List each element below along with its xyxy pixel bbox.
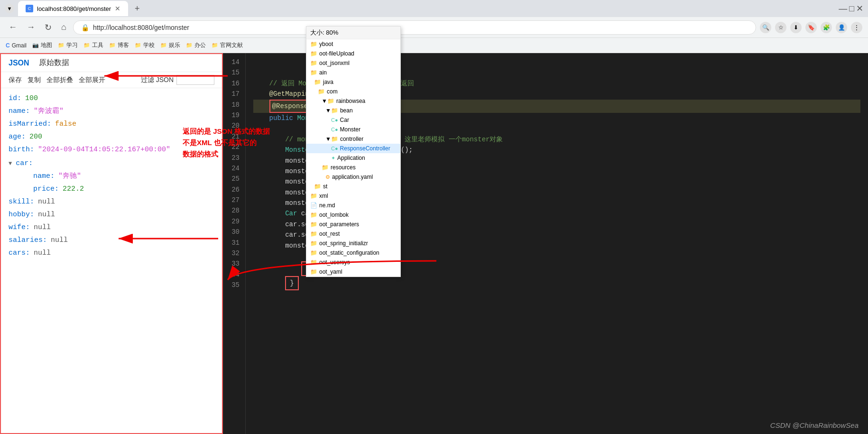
tree-item-rest[interactable]: 📁oot_rest bbox=[306, 229, 400, 239]
close-window-button[interactable]: ✕ bbox=[856, 3, 863, 14]
bookmark-gmail[interactable]: C Gmail bbox=[6, 42, 27, 49]
json-toolbar: 保存 复制 全部折叠 全部展开 过滤 JSON bbox=[1, 72, 222, 88]
minimize-button[interactable]: — bbox=[839, 4, 847, 14]
folder-icon-parameters: 📁 bbox=[310, 221, 317, 228]
tree-item-bean[interactable]: ▼📁bean bbox=[306, 106, 400, 115]
annotation-line1: 返回的是 JSON 格式的数据 bbox=[183, 126, 270, 137]
bookmark-star-icon[interactable]: ☆ bbox=[775, 22, 786, 33]
tree-item-st[interactable]: 📁st bbox=[306, 182, 400, 191]
bookmark-entertainment-label: 娱乐 bbox=[169, 41, 180, 49]
folder-entertainment-icon: 📁 bbox=[160, 42, 167, 48]
bookmark-tools-label: 工具 bbox=[92, 41, 103, 49]
zoom-level: 大小: 80% bbox=[306, 27, 400, 39]
json-tab[interactable]: JSON bbox=[9, 59, 29, 67]
collapse-all-button[interactable]: 全部折叠 bbox=[46, 76, 73, 84]
active-tab[interactable]: C localhost:8080/get/monster ✕ bbox=[18, 1, 128, 16]
maximize-button[interactable]: □ bbox=[849, 4, 854, 14]
birth-value: "2024-09-04T14:05:22.167+00:00" bbox=[38, 143, 170, 156]
bookmark-gmail-label: Gmail bbox=[12, 42, 27, 49]
line-num-35: 35 bbox=[227, 280, 240, 290]
tab-favicon: C bbox=[26, 5, 33, 12]
salaries-key: salaries: bbox=[9, 234, 47, 247]
browser-menu[interactable]: ▼ bbox=[5, 4, 14, 13]
forward-button[interactable]: → bbox=[24, 20, 38, 34]
tree-item-yboot[interactable]: 📁yboot bbox=[306, 39, 400, 49]
class-icon-application: ✦ bbox=[331, 155, 335, 161]
line-numbers: 14 15 16 17 18 19 20 21 22 23 24 25 26 2… bbox=[223, 53, 246, 434]
filter-input[interactable] bbox=[176, 75, 214, 85]
tree-item-jsonxml[interactable]: 📁oot_jsonxml bbox=[306, 58, 400, 68]
filter-label: 过滤 JSON bbox=[141, 76, 174, 84]
bookmark-office[interactable]: 📁 办公 bbox=[186, 41, 206, 49]
url-text: http://localhost:8080/get/monster bbox=[93, 24, 189, 31]
new-tab-button[interactable]: + bbox=[132, 4, 143, 14]
json-panel: JSON 原始数据 保存 复制 全部折叠 全部展开 过滤 JSON id: 10… bbox=[0, 53, 223, 434]
tree-item-application[interactable]: ✦ Application bbox=[306, 153, 400, 163]
tree-item-main[interactable]: 📁ain bbox=[306, 68, 400, 77]
search-icon[interactable]: 🔍 bbox=[760, 22, 771, 33]
skill-value: null bbox=[38, 195, 55, 208]
car-expand-arrow[interactable]: ▼ bbox=[9, 159, 12, 169]
tree-item-fileupload[interactable]: 📁oot-fileUpload bbox=[306, 49, 400, 58]
download-icon[interactable]: ⬇ bbox=[790, 22, 802, 33]
tree-item-springinitializr[interactable]: 📁oot_spring_initializr bbox=[306, 239, 400, 248]
tree-item-monster[interactable]: C● Monster bbox=[306, 125, 400, 134]
annotation-text: 返回的是 JSON 格式的数据 不是XML 也不是其它的 数据的格式 bbox=[183, 126, 270, 160]
navigation-bar: ← → ↻ ⌂ 🔒 http://localhost:8080/get/mons… bbox=[0, 17, 868, 38]
bookmark-entertainment[interactable]: 📁 娱乐 bbox=[160, 41, 180, 49]
watermark: CSDN @ChinaRainbowSea bbox=[770, 421, 859, 429]
tab-close-button[interactable]: ✕ bbox=[115, 5, 120, 12]
folder-tools-icon: 📁 bbox=[83, 42, 90, 48]
expand-all-button[interactable]: 全部展开 bbox=[79, 76, 105, 84]
bookmark-official[interactable]: 📁 官网文献 bbox=[212, 41, 243, 49]
bookmark-study[interactable]: 📁 学习 bbox=[58, 41, 78, 49]
profile-icon[interactable]: 👤 bbox=[836, 22, 847, 33]
json-id-row: id: 100 bbox=[9, 92, 214, 105]
folder-icon-st: 📁 bbox=[314, 183, 321, 190]
class-icon-monster: C● bbox=[331, 127, 338, 132]
line-num-14: 14 bbox=[227, 57, 240, 67]
tree-item-xml[interactable]: 📁xml bbox=[306, 191, 400, 201]
tree-item-car[interactable]: C● Car bbox=[306, 115, 400, 125]
code-line-34: } bbox=[253, 276, 860, 290]
extension-icon[interactable]: 🧩 bbox=[821, 22, 832, 33]
tree-item-resources[interactable]: 📁resources bbox=[306, 163, 400, 172]
tree-item-controller[interactable]: ▼📁controller bbox=[306, 134, 400, 144]
tree-item-rainbowsea[interactable]: ▼📁rainbowsea bbox=[306, 96, 400, 106]
home-button[interactable]: ⌂ bbox=[58, 20, 69, 34]
tree-item-yaml[interactable]: 📁oot_yaml bbox=[306, 267, 400, 277]
folder-icon-static: 📁 bbox=[310, 249, 317, 256]
settings-icon[interactable]: ⋮ bbox=[851, 22, 862, 33]
folder-icon-controller: ▼📁 bbox=[325, 136, 338, 142]
class-icon-car: C● bbox=[331, 117, 338, 123]
bookmark-blog[interactable]: 📁 博客 bbox=[109, 41, 129, 49]
folder-icon-yaml: 📁 bbox=[310, 268, 317, 275]
tree-item-responsecontroller[interactable]: C● ResponseController bbox=[306, 144, 400, 153]
bookmark-icon[interactable]: 🔖 bbox=[805, 22, 817, 33]
bookmark-tools[interactable]: 📁 工具 bbox=[83, 41, 103, 49]
tree-item-com[interactable]: 📁com bbox=[306, 87, 400, 96]
back-button[interactable]: ← bbox=[6, 20, 20, 34]
tree-item-java[interactable]: 📁java bbox=[306, 77, 400, 87]
tree-item-readme[interactable]: 📄ne.md bbox=[306, 201, 400, 210]
tree-item-usersys[interactable]: 📁oot_usersys bbox=[306, 258, 400, 267]
tree-item-applicationyaml[interactable]: ⚙ application.yaml bbox=[306, 172, 400, 182]
bookmark-school[interactable]: 📁 学校 bbox=[135, 41, 155, 49]
folder-icon-jsonxml: 📁 bbox=[310, 60, 317, 66]
save-button[interactable]: 保存 bbox=[9, 76, 22, 84]
car-price-value: 222.2 bbox=[63, 183, 84, 195]
reload-button[interactable]: ↻ bbox=[42, 20, 55, 35]
line-num-18: 18 bbox=[227, 100, 240, 110]
tree-item-lombok[interactable]: 📁oot_lombok bbox=[306, 210, 400, 220]
bookmark-maps[interactable]: 📷 地图 bbox=[32, 41, 52, 49]
json-name-row: name: "奔波霸" bbox=[9, 105, 214, 118]
address-bar[interactable]: 🔒 http://localhost:8080/get/monster bbox=[73, 20, 756, 35]
cars-key: cars: bbox=[9, 247, 30, 259]
tree-item-static[interactable]: 📁oot_static_configuration bbox=[306, 248, 400, 258]
copy-button[interactable]: 复制 bbox=[28, 76, 41, 84]
tree-item-parameters[interactable]: 📁oot_parameters bbox=[306, 220, 400, 229]
raw-tab[interactable]: 原始数据 bbox=[39, 58, 69, 68]
lock-icon: 🔒 bbox=[81, 24, 89, 31]
closing-brace-box: } bbox=[285, 276, 298, 290]
line-num-26: 26 bbox=[227, 185, 240, 195]
